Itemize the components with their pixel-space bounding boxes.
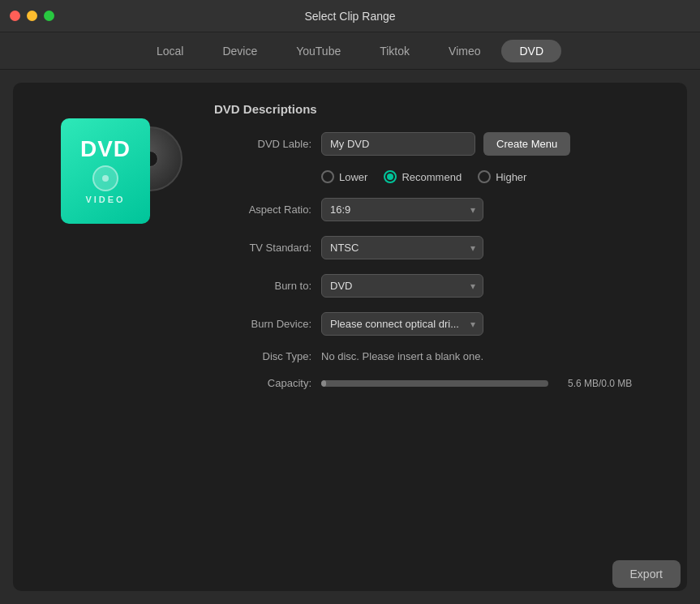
- create-menu-button[interactable]: Create Menu: [483, 132, 570, 156]
- quality-row: Lower Recommend Higher: [214, 170, 668, 183]
- radio-higher[interactable]: Higher: [478, 170, 526, 183]
- capacity-row: Capacity: 5.6 MB/0.0 MB: [214, 377, 668, 389]
- disc-type-label: Disc Type:: [214, 350, 311, 362]
- burn-to-label: Burn to:: [214, 280, 311, 292]
- dvd-icon-wrap: DVD VIDEO: [61, 118, 166, 224]
- burn-to-select[interactable]: DVD ISO: [321, 274, 483, 298]
- tv-standard-row: TV Standard: NTSC PAL: [214, 236, 668, 259]
- disc-type-value: No disc. Please insert a blank one.: [321, 350, 483, 362]
- maximize-button[interactable]: [44, 11, 54, 21]
- radio-higher-label: Higher: [496, 171, 526, 183]
- radio-lower-label: Lower: [339, 171, 367, 183]
- radio-lower-circle: [321, 170, 334, 183]
- burn-device-select-wrap: Please connect optical dri...: [321, 312, 483, 336]
- radio-lower[interactable]: Lower: [321, 170, 367, 183]
- dvd-box-title: DVD: [80, 138, 131, 161]
- window-title: Select Clip Range: [304, 10, 395, 23]
- minimize-button[interactable]: [27, 11, 37, 21]
- capacity-value: 5.6 MB/0.0 MB: [568, 378, 632, 389]
- capacity-label-text: Capacity:: [214, 377, 311, 389]
- capacity-bar-bg: [321, 380, 548, 387]
- dvd-box-subtitle: VIDEO: [85, 195, 125, 204]
- titlebar: Select Clip Range: [0, 0, 700, 32]
- aspect-ratio-select-wrap: 16:9 4:3: [321, 198, 483, 221]
- tab-vimeo[interactable]: Vimeo: [431, 40, 498, 62]
- dvd-box: DVD VIDEO: [61, 118, 150, 224]
- window-controls: [10, 11, 54, 21]
- burn-device-label: Burn Device:: [214, 318, 311, 330]
- tv-standard-label: TV Standard:: [214, 242, 311, 254]
- dvd-label-input-group: Create Menu: [321, 132, 570, 156]
- burn-to-select-wrap: DVD ISO: [321, 274, 483, 298]
- tab-bar: Local Device YouTube Tiktok Vimeo DVD: [0, 32, 700, 70]
- tab-youtube[interactable]: YouTube: [278, 40, 359, 62]
- burn-device-row: Burn Device: Please connect optical dri.…: [214, 312, 668, 336]
- tab-tiktok[interactable]: Tiktok: [362, 40, 427, 62]
- tab-local[interactable]: Local: [139, 40, 201, 62]
- radio-recommend-label: Recommend: [402, 171, 462, 183]
- export-button[interactable]: Export: [612, 560, 681, 588]
- burn-device-select[interactable]: Please connect optical dri...: [321, 312, 483, 336]
- radio-higher-circle: [478, 170, 491, 183]
- radio-recommend-circle: [384, 170, 397, 183]
- dvd-box-disc-icon: [92, 165, 118, 191]
- disc-type-row: Disc Type: No disc. Please insert a blan…: [214, 350, 668, 362]
- tv-standard-select[interactable]: NTSC PAL: [321, 236, 483, 259]
- quality-radio-group: Lower Recommend Higher: [321, 170, 668, 183]
- dvd-form-panel: DVD Descriptions DVD Lable: Create Menu …: [214, 102, 668, 572]
- main-content: DVD VIDEO DVD Descriptions DVD Lable: Cr…: [13, 83, 687, 591]
- close-button[interactable]: [10, 11, 20, 21]
- burn-to-row: Burn to: DVD ISO: [214, 274, 668, 298]
- tab-device[interactable]: Device: [204, 40, 275, 62]
- aspect-ratio-label: Aspect Ratio:: [214, 203, 311, 216]
- tv-standard-select-wrap: NTSC PAL: [321, 236, 483, 259]
- dvd-label-label: DVD Lable:: [214, 138, 311, 150]
- section-title: DVD Descriptions: [214, 102, 668, 116]
- capacity-bar-fill: [321, 380, 326, 387]
- dvd-label-input[interactable]: [321, 132, 475, 156]
- radio-recommend[interactable]: Recommend: [384, 170, 462, 183]
- aspect-ratio-select[interactable]: 16:9 4:3: [321, 198, 483, 221]
- dvd-icon-panel: DVD VIDEO: [32, 102, 195, 572]
- capacity-bar: [321, 380, 548, 387]
- tab-dvd[interactable]: DVD: [501, 40, 561, 62]
- dvd-label-row: DVD Lable: Create Menu: [214, 132, 668, 156]
- aspect-ratio-row: Aspect Ratio: 16:9 4:3: [214, 198, 668, 221]
